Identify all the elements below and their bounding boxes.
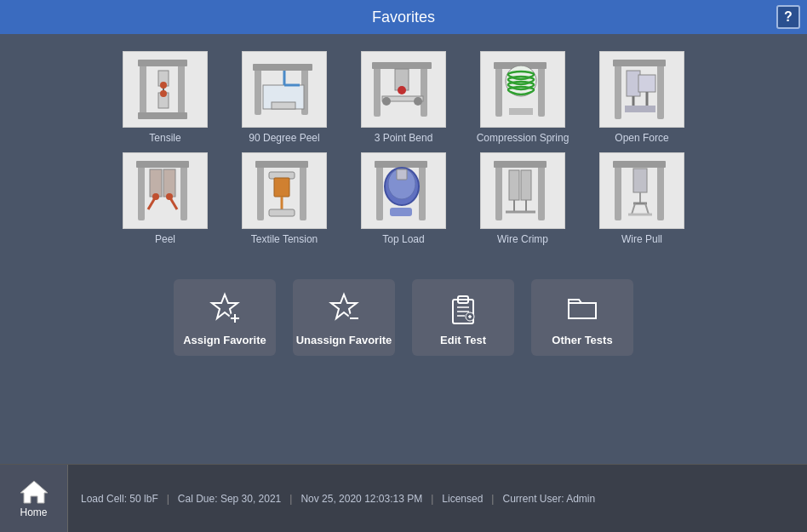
svg-rect-48 (255, 161, 308, 168)
svg-rect-2 (138, 60, 187, 66)
test-item-wire-pull[interactable]: Wire Pull (595, 152, 689, 245)
test-label-wire-pull: Wire Pull (621, 233, 662, 245)
svg-point-22 (382, 97, 391, 106)
svg-line-74 (632, 203, 635, 215)
test-item-90-degree-peel[interactable]: 90 Degree Peel (238, 51, 331, 144)
svg-rect-31 (613, 60, 666, 66)
header: Favorites ? (0, 0, 807, 34)
test-label-wire-crimp: Wire Crimp (497, 233, 548, 245)
svg-rect-70 (613, 161, 666, 168)
svg-rect-38 (180, 161, 187, 220)
svg-rect-24 (495, 62, 502, 117)
svg-rect-25 (538, 62, 545, 117)
svg-rect-61 (538, 161, 545, 220)
edit-test-button[interactable]: Edit Test (412, 279, 514, 356)
assign-favorite-button[interactable]: Assign Favorite (174, 279, 276, 356)
unassign-favorite-button[interactable]: Unassign Favorite (293, 279, 395, 356)
star-minus-icon (325, 289, 363, 327)
svg-rect-40 (150, 169, 162, 197)
svg-point-44 (152, 193, 159, 200)
unassign-favorite-label: Unassign Favorite (296, 334, 392, 346)
other-tests-label: Other Tests (552, 334, 612, 346)
svg-point-7 (160, 82, 167, 89)
svg-rect-59 (390, 208, 412, 216)
svg-rect-58 (397, 169, 407, 180)
test-label-compression-spring: Compression Spring (477, 132, 569, 144)
assign-favorite-label: Assign Favorite (183, 334, 266, 346)
test-item-peel[interactable]: Peel (118, 152, 212, 245)
datetime-status: Nov 25, 2020 12:03:13 PM (300, 493, 422, 505)
test-image-peel (123, 152, 208, 229)
action-row: Assign Favorite Unassign Favorite (174, 279, 633, 356)
divider-1: | (167, 493, 169, 505)
clipboard-icon (444, 289, 482, 327)
svg-line-75 (645, 203, 649, 215)
user-status: Current User: Admin (502, 493, 595, 505)
svg-rect-9 (255, 64, 261, 115)
test-item-tensile[interactable]: Tensile (118, 51, 212, 144)
test-label-peel: Peel (155, 233, 175, 245)
test-item-3-point-bend[interactable]: 3 Point Bend (357, 51, 450, 144)
home-icon (19, 479, 49, 505)
svg-rect-3 (138, 112, 187, 119)
svg-rect-18 (372, 62, 432, 69)
svg-rect-62 (494, 161, 547, 168)
help-button[interactable]: ? (776, 5, 800, 29)
other-tests-button[interactable]: Other Tests (531, 279, 633, 356)
test-image-textile-tension (242, 152, 327, 229)
test-image-wire-pull (599, 152, 684, 229)
svg-rect-54 (419, 161, 426, 220)
test-item-open-force[interactable]: Open Force (595, 51, 689, 144)
svg-rect-30 (657, 60, 664, 119)
svg-point-23 (414, 97, 422, 106)
test-image-tensile (123, 51, 208, 128)
svg-rect-1 (178, 60, 185, 119)
test-item-compression-spring[interactable]: Compression Spring (476, 51, 569, 144)
svg-rect-64 (521, 170, 531, 200)
svg-rect-41 (163, 169, 175, 197)
svg-point-8 (160, 90, 167, 97)
svg-point-45 (166, 193, 173, 200)
svg-rect-47 (300, 161, 306, 220)
test-label-top-load: Top Load (382, 233, 424, 245)
test-image-wire-crimp (480, 152, 565, 229)
svg-marker-92 (20, 481, 48, 503)
svg-rect-16 (374, 62, 381, 117)
test-image-open-force (599, 51, 684, 128)
test-item-textile-tension[interactable]: Textile Tension (238, 152, 331, 245)
svg-rect-46 (257, 161, 264, 220)
svg-rect-15 (272, 102, 295, 109)
status-bar: Load Cell: 50 lbF | Cal Due: Sep 30, 202… (68, 465, 807, 532)
svg-rect-69 (657, 161, 664, 220)
divider-4: | (491, 493, 494, 505)
svg-rect-71 (633, 169, 647, 192)
svg-rect-29 (615, 60, 621, 119)
svg-rect-39 (136, 161, 189, 168)
test-label-90-degree-peel: 90 Degree Peel (249, 132, 319, 144)
svg-rect-37 (138, 161, 145, 220)
svg-rect-52 (269, 209, 295, 216)
test-image-compression-spring (480, 51, 565, 128)
star-plus-icon (206, 289, 243, 327)
main-content: Tensile 90 Degree Peel (0, 34, 807, 464)
test-image-3-point-bend (361, 51, 446, 128)
svg-rect-68 (615, 161, 621, 220)
svg-rect-0 (140, 60, 146, 119)
edit-test-label: Edit Test (440, 334, 486, 346)
svg-rect-50 (274, 178, 289, 197)
licensed-status: Licensed (442, 493, 483, 505)
home-button[interactable]: Home (0, 465, 68, 532)
test-item-top-load[interactable]: Top Load (357, 152, 450, 245)
home-label: Home (20, 506, 47, 518)
svg-rect-33 (638, 75, 655, 92)
svg-rect-53 (376, 161, 383, 220)
svg-rect-17 (421, 62, 427, 117)
svg-rect-28 (509, 108, 533, 115)
test-item-wire-crimp[interactable]: Wire Crimp (476, 152, 569, 245)
bottom-bar: Home Load Cell: 50 lbF | Cal Due: Sep 30… (0, 464, 807, 532)
svg-rect-60 (495, 161, 502, 220)
test-grid: Tensile 90 Degree Peel (118, 51, 689, 245)
cal-due-status: Cal Due: Sep 30, 2021 (178, 493, 281, 505)
svg-point-20 (398, 86, 406, 94)
divider-2: | (289, 493, 292, 505)
